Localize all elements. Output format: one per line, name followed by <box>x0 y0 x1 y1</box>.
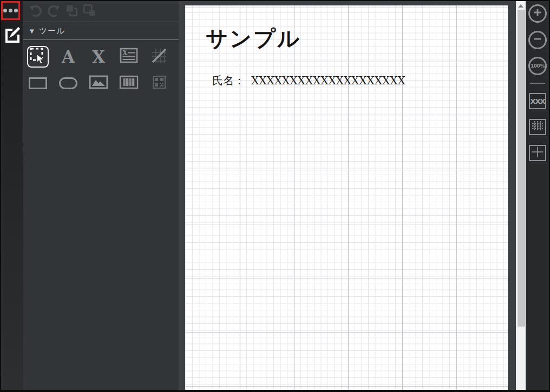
collapse-caret-icon: ▼ <box>30 28 34 34</box>
edit-mode-button[interactable] <box>3 26 22 46</box>
zoom-reset-button[interactable]: 100% <box>528 57 547 75</box>
right-toolbar: 100% XXX <box>526 1 549 390</box>
redo-button[interactable] <box>46 4 61 19</box>
tool-grid: A X X <box>27 46 179 94</box>
window-border <box>0 390 550 392</box>
main-menu-button[interactable] <box>2 2 19 19</box>
toolbar-divider <box>530 83 545 84</box>
tool-text[interactable]: A <box>57 46 79 68</box>
send-backward-icon <box>82 3 96 19</box>
tool-select[interactable] <box>27 46 49 68</box>
ellipsis-menu-icon <box>3 9 7 12</box>
tools-section-label: ツール <box>39 26 66 36</box>
text-block-tool-icon: X <box>120 48 138 66</box>
canvas-viewport[interactable]: サンプル 氏名：XXXXXXXXXXXXXXXXXXXX <box>179 1 526 390</box>
vertical-scrollbar[interactable] <box>516 1 526 390</box>
ellipsis-menu-icon <box>14 9 18 12</box>
grid-toggle-icon <box>531 119 545 135</box>
edit-brush-icon <box>4 26 21 46</box>
send-backward-button[interactable] <box>82 4 96 19</box>
barcode-tool-icon <box>119 75 139 91</box>
rectangle-tool-icon <box>29 77 47 89</box>
dummy-text-toggle-button[interactable]: XXX <box>529 93 546 109</box>
bring-forward-icon <box>64 3 78 19</box>
canvas-title-text[interactable]: サンプル <box>206 24 301 54</box>
svg-text:X: X <box>122 49 128 57</box>
field-value: XXXXXXXXXXXXXXXXXXXX <box>251 74 405 87</box>
rounded-rectangle-tool-icon <box>59 77 77 89</box>
canvas-name-field[interactable]: 氏名：XXXXXXXXXXXXXXXXXXXX <box>212 74 405 88</box>
grid-toggle-button[interactable] <box>529 119 546 135</box>
tool-rounded-rectangle[interactable] <box>57 72 79 94</box>
field-label: 氏名： <box>212 74 245 87</box>
crosshair-toggle-icon <box>531 145 545 161</box>
line-grid-tool-icon <box>150 46 168 67</box>
left-rail <box>1 1 23 390</box>
tool-text-block[interactable]: X <box>118 46 140 68</box>
tool-line[interactable] <box>148 46 170 68</box>
redo-arrow-icon <box>47 3 61 19</box>
ellipsis-menu-icon <box>9 9 12 12</box>
scroll-up-arrow-icon[interactable] <box>518 4 523 8</box>
select-cursor-icon <box>28 46 48 68</box>
zoom-in-button[interactable] <box>528 4 547 23</box>
undo-arrow-icon <box>29 3 43 19</box>
zoom-out-icon <box>533 35 542 45</box>
tool-rectangle[interactable] <box>27 72 49 94</box>
bring-forward-button[interactable] <box>64 4 78 19</box>
design-page[interactable]: サンプル 氏名：XXXXXXXXXXXXXXXXXXXX <box>185 5 508 390</box>
image-tool-icon <box>89 75 108 91</box>
qrcode-tool-icon <box>152 75 166 91</box>
dummy-text-tool-icon: X <box>92 49 105 65</box>
zoom-out-button[interactable] <box>528 31 547 49</box>
text-tool-icon: A <box>62 49 75 65</box>
sidebar: ▼ ツール A X X <box>23 1 179 390</box>
dummy-text-toggle-label: XXX <box>530 97 545 105</box>
scrollbar-thumb[interactable] <box>518 10 525 327</box>
crosshair-toggle-button[interactable] <box>529 145 546 161</box>
zoom-level-label: 100% <box>531 63 545 69</box>
tools-section-header[interactable]: ▼ ツール <box>23 22 179 40</box>
tool-dummy-text[interactable]: X <box>88 46 109 68</box>
tool-barcode[interactable] <box>118 72 140 94</box>
zoom-in-icon <box>533 8 542 19</box>
tool-qrcode[interactable] <box>148 72 170 94</box>
history-toolbar <box>23 1 179 22</box>
undo-button[interactable] <box>28 4 43 19</box>
tool-image[interactable] <box>88 72 109 94</box>
